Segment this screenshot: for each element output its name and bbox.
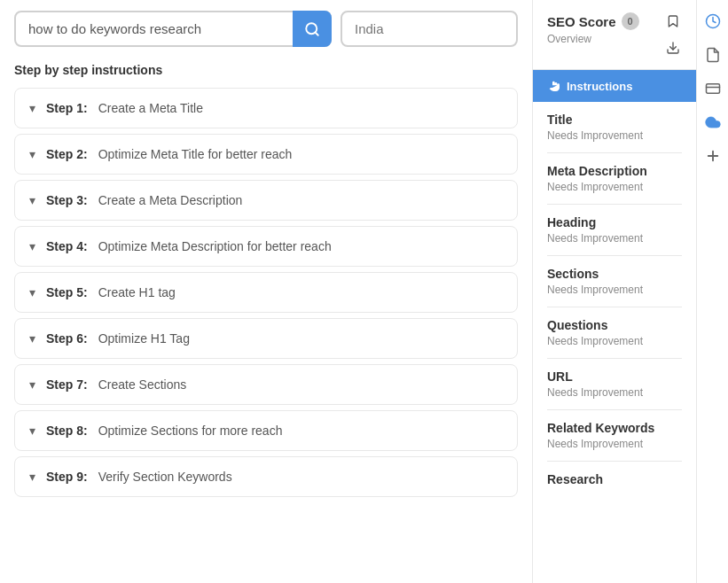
seo-item-title: Heading [547, 215, 682, 229]
step-text: Create H1 tag [98, 285, 176, 299]
svg-line-1 [315, 32, 317, 35]
step-label: Step 9: [46, 470, 88, 484]
seo-score-badge: 0 [622, 12, 639, 30]
chevron-down-icon: ▾ [29, 147, 35, 161]
seo-item[interactable]: Research [547, 462, 682, 500]
seo-item[interactable]: Title Needs Improvement [547, 102, 682, 153]
step-text: Optimize Meta Title for better reach [98, 147, 293, 161]
step-item[interactable]: ▾ Step 2: Optimize Meta Title for better… [14, 134, 518, 175]
step-label: Step 3: [46, 193, 88, 207]
side-icons-bar [696, 0, 728, 583]
card-side-icon [705, 81, 721, 97]
seo-item[interactable]: Questions Needs Improvement [547, 307, 682, 359]
seo-item-status: Needs Improvement [547, 232, 682, 245]
seo-item-title: Questions [547, 318, 682, 332]
chevron-down-icon: ▾ [29, 239, 35, 253]
chevron-down-icon: ▾ [29, 331, 35, 346]
step-text: Create Sections [98, 377, 187, 392]
seo-item-title: Sections [547, 267, 682, 281]
clock-side-icon [705, 13, 721, 29]
plus-side-button[interactable] [702, 145, 724, 167]
step-text: Optimize Meta Description for better rea… [98, 239, 332, 253]
seo-item-status: Needs Improvement [547, 129, 682, 142]
country-input[interactable] [341, 11, 518, 47]
hand-icon [547, 79, 561, 93]
chevron-down-icon: ▾ [29, 285, 35, 299]
document-side-button[interactable] [702, 44, 724, 66]
seo-item[interactable]: Heading Needs Improvement [547, 205, 682, 256]
step-item[interactable]: ▾ Step 6: Optimize H1 Tag [14, 318, 518, 359]
chevron-down-icon: ▾ [29, 470, 35, 484]
search-input-wrapper [14, 11, 332, 47]
document-side-icon [705, 47, 721, 63]
seo-score-left: SEO Score 0 Overview [547, 12, 639, 45]
plus-side-icon [705, 148, 721, 164]
seo-score-title: SEO Score 0 [547, 12, 639, 30]
step-text: Verify Section Keywords [98, 470, 232, 484]
download-button[interactable] [664, 39, 682, 60]
seo-panel: SEO Score 0 Overview [532, 0, 696, 583]
seo-overview-label: Overview [547, 33, 639, 45]
step-item[interactable]: ▾ Step 4: Optimize Meta Description for … [14, 226, 518, 267]
card-side-button[interactable] [702, 78, 724, 99]
instructions-tab-label: Instructions [567, 80, 632, 93]
bookmark-icon [666, 14, 680, 28]
step-label: Step 4: [46, 239, 88, 253]
seo-item-title: Research [547, 472, 682, 486]
step-label: Step 8: [46, 424, 88, 438]
seo-item-status: Needs Improvement [547, 335, 682, 347]
seo-item[interactable]: Sections Needs Improvement [547, 256, 682, 307]
seo-item-title: Title [547, 113, 682, 127]
cloud-side-icon [705, 114, 721, 130]
step-label: Step 5: [46, 285, 88, 299]
clock-side-button[interactable] [702, 11, 724, 32]
step-text: Create a Meta Title [98, 101, 203, 115]
main-content: Step by step instructions ▾ Step 1: Crea… [0, 0, 532, 583]
step-text: Create a Meta Description [98, 193, 243, 207]
step-text: Optimize H1 Tag [98, 331, 190, 346]
seo-score-header: SEO Score 0 Overview [533, 0, 696, 70]
seo-item-status: Needs Improvement [547, 284, 682, 296]
search-button[interactable] [293, 11, 332, 47]
step-label: Step 2: [46, 147, 88, 161]
search-input[interactable] [14, 11, 332, 47]
step-text: Optimize Sections for more reach [98, 424, 283, 438]
step-item[interactable]: ▾ Step 5: Create H1 tag [14, 272, 518, 313]
steps-list: ▾ Step 1: Create a Meta Title ▾ Step 2: … [14, 88, 518, 497]
step-label: Step 7: [46, 377, 88, 392]
chevron-down-icon: ▾ [29, 193, 35, 207]
step-item[interactable]: ▾ Step 3: Create a Meta Description [14, 180, 518, 221]
seo-item-status: Needs Improvement [547, 438, 682, 450]
seo-item-status: Needs Improvement [547, 181, 682, 193]
instructions-tab[interactable]: Instructions [533, 70, 696, 102]
svg-rect-4 [706, 84, 719, 94]
step-label: Step 6: [46, 331, 88, 346]
cloud-side-button[interactable] [702, 112, 724, 133]
section-title: Step by step instructions [14, 63, 518, 77]
step-item[interactable]: ▾ Step 1: Create a Meta Title [14, 88, 518, 128]
search-bar [14, 11, 518, 47]
step-item[interactable]: ▾ Step 7: Create Sections [14, 364, 518, 405]
seo-item[interactable]: Meta Description Needs Improvement [547, 153, 682, 205]
chevron-down-icon: ▾ [29, 377, 35, 392]
seo-item-title: Meta Description [547, 164, 682, 178]
seo-score-actions [664, 12, 682, 60]
step-item[interactable]: ▾ Step 9: Verify Section Keywords [14, 456, 518, 497]
download-icon [666, 41, 680, 55]
chevron-down-icon: ▾ [29, 424, 35, 438]
bookmark-button[interactable] [664, 12, 682, 34]
seo-items-list: Title Needs Improvement Meta Description… [533, 102, 696, 583]
seo-item[interactable]: URL Needs Improvement [547, 359, 682, 410]
seo-item[interactable]: Related Keywords Needs Improvement [547, 410, 682, 462]
seo-item-title: URL [547, 369, 682, 384]
search-icon [304, 21, 320, 37]
step-item[interactable]: ▾ Step 8: Optimize Sections for more rea… [14, 410, 518, 451]
seo-item-title: Related Keywords [547, 421, 682, 435]
chevron-down-icon: ▾ [29, 101, 35, 115]
seo-score-label: SEO Score [547, 14, 616, 29]
seo-item-status: Needs Improvement [547, 386, 682, 399]
step-label: Step 1: [46, 101, 88, 115]
